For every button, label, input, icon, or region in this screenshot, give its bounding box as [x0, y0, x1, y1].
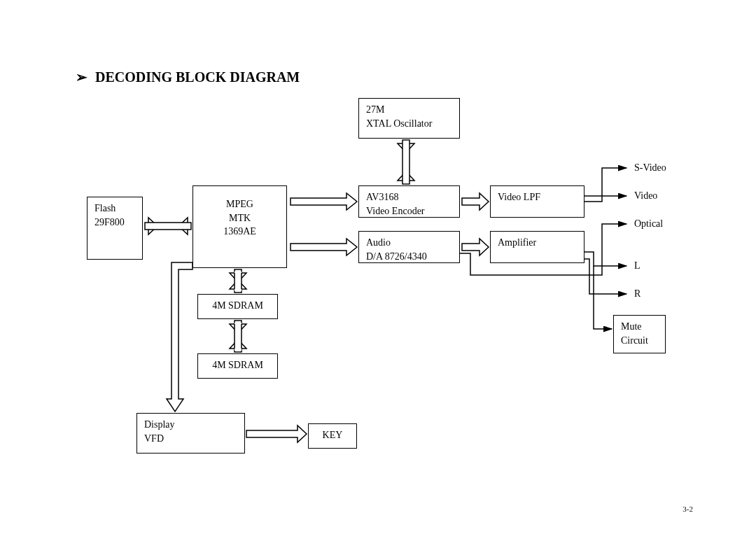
page-title: ➢ DECODING BLOCK DIAGRAM — [76, 69, 300, 85]
block-key: KEY — [308, 423, 357, 449]
block-mute: Mute Circuit — [613, 315, 666, 353]
svg-rect-9 — [234, 323, 241, 351]
label-optical: Optical — [634, 218, 663, 230]
mpeg-l1: MPEG — [200, 197, 279, 211]
vlpf-l1: Video LPF — [498, 190, 577, 204]
block-xtal: 27M XTAL Oscillator — [358, 98, 460, 139]
block-amp: Amplifier — [490, 231, 584, 263]
title-text: DECODING BLOCK DIAGRAM — [95, 69, 300, 85]
label-r: R — [634, 288, 640, 300]
sdram2-l1: 4M SDRAM — [205, 358, 270, 372]
block-sdram2: 4M SDRAM — [197, 353, 278, 379]
block-flash: Flash 29F800 — [87, 197, 143, 260]
bullet-icon: ➢ — [76, 69, 88, 85]
svg-rect-0 — [402, 143, 410, 181]
label-svideo: S-Video — [634, 162, 666, 174]
amp-l1: Amplifier — [498, 236, 577, 250]
xtal-l1: 27M — [366, 103, 452, 117]
block-adac: Audio D/A 8726/4340 — [358, 231, 460, 263]
label-l: L — [634, 260, 640, 272]
label-video: Video — [634, 190, 657, 202]
svg-rect-6 — [234, 272, 241, 291]
adac-l1: Audio — [366, 236, 452, 250]
adac-l2: D/A 8726/4340 — [366, 250, 452, 264]
mute-l2: Circuit — [621, 334, 658, 348]
xtal-l2: XTAL Oscillator — [366, 117, 452, 131]
block-vlpf: Video LPF — [490, 185, 584, 218]
venc-l1: AV3168 — [366, 190, 452, 204]
block-display: Display VFD — [136, 413, 245, 454]
display-l2: VFD — [144, 432, 237, 446]
venc-l2: Video Encoder — [366, 204, 452, 218]
svg-rect-3 — [148, 223, 188, 230]
block-sdram1: 4M SDRAM — [197, 294, 278, 319]
mpeg-l2: MTK — [200, 211, 279, 225]
block-mpeg: MPEG MTK 1369AE — [192, 185, 287, 268]
mute-l1: Mute — [621, 320, 658, 334]
display-l1: Display — [144, 418, 237, 432]
mpeg-l3: 1369AE — [200, 225, 279, 239]
key-l1: KEY — [316, 428, 349, 442]
flash-l1: Flash — [94, 202, 135, 216]
sdram1-l1: 4M SDRAM — [205, 299, 270, 313]
block-venc: AV3168 Video Encoder — [358, 185, 460, 218]
page-number: 3-2 — [682, 505, 693, 513]
flash-l2: 29F800 — [94, 216, 135, 230]
